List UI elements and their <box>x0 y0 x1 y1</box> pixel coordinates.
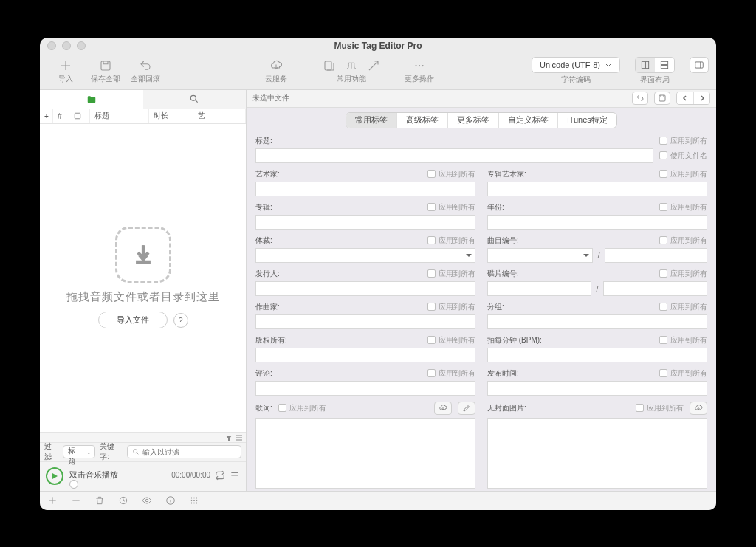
release-apply-all[interactable]: 应用到所有 <box>659 368 707 379</box>
layout-rows-icon[interactable] <box>655 58 674 72</box>
publisher-input[interactable] <box>255 281 475 296</box>
search-tab[interactable] <box>143 90 247 109</box>
composer-apply-all[interactable]: 应用到所有 <box>427 302 475 312</box>
col-num[interactable]: # <box>53 109 69 123</box>
folder-tab[interactable] <box>40 90 143 109</box>
album-apply-all[interactable]: 应用到所有 <box>427 202 475 213</box>
disc-num-input[interactable] <box>487 281 591 296</box>
album-input[interactable] <box>255 215 475 230</box>
h-scrollbar[interactable] <box>40 432 246 442</box>
add-icon[interactable] <box>47 495 58 506</box>
layout-segment[interactable] <box>635 57 675 73</box>
info-icon[interactable] <box>165 495 176 506</box>
filter-icon[interactable] <box>225 434 233 441</box>
undo-all-button[interactable]: 全部回滚 <box>127 55 164 88</box>
keyword-label: 关键字: <box>100 441 123 462</box>
svg-point-24 <box>193 503 194 503</box>
artwork-apply-all[interactable]: 应用到所有 <box>636 403 684 413</box>
year-apply-all[interactable]: 应用到所有 <box>659 202 707 213</box>
copyright-input[interactable] <box>255 348 475 362</box>
title-input[interactable] <box>255 148 653 163</box>
tab-itunes[interactable]: iTunes特定 <box>557 113 616 128</box>
release-input[interactable] <box>487 381 707 396</box>
col-artist[interactable]: 艺 <box>193 109 246 123</box>
filter-field-select[interactable]: 标题⌄ <box>63 445 96 458</box>
lyrics-apply-all[interactable]: 应用到所有 <box>278 403 326 413</box>
tab-custom[interactable]: 自定义标签 <box>498 113 557 128</box>
tag-tabs: 常用标签 高级标签 更多标签 自定义标签 iTunes特定 <box>346 112 617 128</box>
col-title[interactable]: 标题 <box>90 109 149 123</box>
filter-search[interactable] <box>127 445 241 458</box>
artwork-box[interactable] <box>487 418 707 489</box>
common-fn-button[interactable]: 常用功能 <box>323 55 380 88</box>
undo-button[interactable] <box>632 92 648 105</box>
next-button[interactable] <box>693 92 709 104</box>
year-input[interactable] <box>487 215 707 230</box>
encoding-label: 字符编码 <box>561 75 591 85</box>
svg-rect-0 <box>101 61 110 70</box>
svg-point-10 <box>191 95 196 100</box>
svg-point-25 <box>196 503 197 503</box>
menu-icon[interactable] <box>236 434 243 441</box>
bottom-bar <box>40 491 716 510</box>
genre-apply-all[interactable]: 应用到所有 <box>427 235 475 246</box>
lyrics-download-button[interactable] <box>434 402 452 415</box>
app-window: Music Tag Editor Pro 导入 保存全部 全部回滚 云服务 常 <box>40 38 716 510</box>
use-filename-check[interactable]: 使用文件名 <box>659 151 707 161</box>
encoding-select[interactable]: Unicode (UTF-8) <box>532 57 620 73</box>
preview-icon[interactable] <box>142 495 152 506</box>
prev-button[interactable] <box>677 92 693 104</box>
albumartist-apply-all[interactable]: 应用到所有 <box>659 169 707 179</box>
cloud-service-button[interactable]: 云服务 <box>258 55 295 88</box>
grouping-input[interactable] <box>487 314 707 329</box>
save-all-label: 保存全部 <box>91 74 120 84</box>
disc-apply-all[interactable]: 应用到所有 <box>659 269 707 279</box>
bpm-input[interactable] <box>487 348 707 362</box>
track-num-input[interactable] <box>487 248 593 263</box>
col-artwork-icon[interactable] <box>69 109 90 123</box>
composer-input[interactable] <box>255 314 475 329</box>
album-artist-input[interactable] <box>487 182 707 196</box>
filter-input[interactable] <box>142 448 236 456</box>
play-button[interactable] <box>46 467 63 485</box>
copyright-apply-all[interactable]: 应用到所有 <box>427 335 475 345</box>
track-total-input[interactable] <box>605 248 707 263</box>
svg-rect-9 <box>695 61 704 67</box>
layout-columns-icon[interactable] <box>636 58 655 72</box>
comment-apply-all[interactable]: 应用到所有 <box>427 368 475 379</box>
track-apply-all[interactable]: 应用到所有 <box>659 235 707 246</box>
disc-total-input[interactable] <box>603 281 707 296</box>
toggle-sidebar-button[interactable] <box>690 57 709 73</box>
list-icon[interactable] <box>230 470 240 481</box>
more-ops-button[interactable]: 更多操作 <box>401 55 438 88</box>
title-apply-all[interactable]: 应用到所有 <box>659 136 707 146</box>
help-button[interactable]: ? <box>173 313 188 328</box>
remove-icon[interactable] <box>71 495 81 506</box>
right-top-bar: 未选中文件 <box>247 90 716 108</box>
artist-input[interactable] <box>255 182 475 196</box>
publisher-apply-all[interactable]: 应用到所有 <box>427 269 475 279</box>
lyrics-edit-button[interactable] <box>458 402 475 415</box>
import-button[interactable]: 导入 <box>47 55 84 88</box>
artist-apply-all[interactable]: 应用到所有 <box>427 169 475 179</box>
grid-icon[interactable] <box>189 495 199 506</box>
import-file-button[interactable]: 导入文件 <box>98 312 168 328</box>
reveal-icon[interactable] <box>118 495 128 506</box>
lyrics-textarea[interactable] <box>255 418 475 489</box>
trash-icon[interactable] <box>94 495 105 506</box>
col-duration[interactable]: 时长 <box>149 109 193 123</box>
tab-advanced[interactable]: 高级标签 <box>396 113 447 128</box>
genre-select[interactable] <box>255 248 475 263</box>
grouping-apply-all[interactable]: 应用到所有 <box>659 302 707 312</box>
tab-common[interactable]: 常用标签 <box>346 113 396 128</box>
save-button[interactable] <box>654 92 670 105</box>
save-all-button[interactable]: 保存全部 <box>87 55 124 88</box>
repeat-icon[interactable] <box>215 470 225 481</box>
comment-input[interactable] <box>255 381 475 396</box>
tab-more[interactable]: 更多标签 <box>447 113 498 128</box>
drop-zone[interactable]: 拖拽音频文件或者目录到这里 导入文件 ? <box>40 124 246 432</box>
bpm-apply-all[interactable]: 应用到所有 <box>659 335 707 345</box>
artwork-download-button[interactable] <box>690 402 707 415</box>
col-add[interactable]: + <box>40 109 53 123</box>
svg-point-20 <box>191 500 192 500</box>
